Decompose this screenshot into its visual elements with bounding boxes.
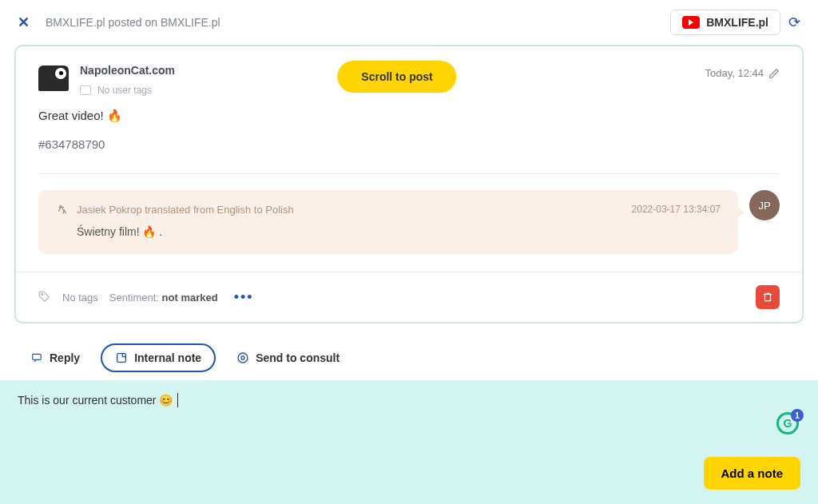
sentiment-row[interactable]: Sentiment: not marked (109, 292, 218, 304)
youtube-icon (682, 16, 700, 29)
speech-notch (737, 206, 745, 219)
scroll-to-post-button[interactable]: Scroll to post (337, 61, 456, 93)
post-header: NapoleonCat.com No user tags Scroll to p… (16, 46, 802, 99)
tab-reply[interactable]: Reply (18, 345, 93, 371)
header-title: BMXLIFE.pl posted on BMXLIFE.pl (46, 16, 220, 29)
grammarly-widget[interactable]: G 1 (776, 412, 800, 436)
svg-rect-2 (117, 354, 126, 363)
close-icon[interactable]: ✕ (18, 14, 30, 31)
divider (38, 173, 780, 174)
trash-icon (762, 292, 773, 303)
svg-point-0 (42, 294, 43, 296)
svg-rect-1 (33, 354, 42, 359)
user-tags-row[interactable]: No user tags (80, 85, 175, 96)
translation-time: 2022-03-17 13:34:07 (632, 204, 721, 215)
more-menu-icon[interactable]: ••• (234, 289, 254, 306)
header-left: ✕ BMXLIFE.pl posted on BMXLIFE.pl (18, 14, 220, 31)
tab-reply-label: Reply (50, 351, 80, 364)
delete-button[interactable] (756, 285, 780, 309)
tab-send-consult-label: Send to consult (256, 351, 340, 364)
sentiment-value: not marked (162, 292, 218, 304)
tag-icon (38, 291, 51, 304)
consult-icon (236, 351, 249, 364)
translate-icon (56, 203, 69, 216)
translation-header: Jasiek Pokrop translated from English to… (56, 203, 721, 216)
post-card: NapoleonCat.com No user tags Scroll to p… (14, 45, 804, 323)
user-tags-label: No user tags (97, 85, 152, 96)
grammarly-badge: 1 (791, 409, 804, 422)
add-note-button[interactable]: Add a note (704, 457, 801, 490)
note-draft-text: This is our current customer 😊 (18, 394, 173, 407)
translation-label: Jasiek Pokrop translated from English to… (77, 204, 294, 216)
note-icon (115, 351, 128, 364)
svg-point-3 (238, 353, 248, 363)
note-editor[interactable]: This is our current customer 😊 G 1 Add a… (0, 380, 818, 504)
tab-send-consult[interactable]: Send to consult (224, 345, 352, 371)
post-body: Great video! 🔥 #634788790 (16, 99, 802, 173)
tab-internal-note[interactable]: Internal note (101, 343, 216, 372)
translation-text: Świetny film! 🔥 . (56, 225, 721, 238)
tab-internal-note-label: Internal note (134, 351, 201, 364)
post-text: Great video! 🔥 (38, 109, 780, 123)
author-avatar[interactable] (38, 65, 69, 91)
author-name[interactable]: NapoleonCat.com (80, 64, 175, 77)
no-tags-label[interactable]: No tags (62, 292, 98, 304)
sentiment-label: Sentiment: (109, 292, 162, 304)
edit-icon[interactable] (768, 68, 780, 79)
translation-box: Jasiek Pokrop translated from English to… (38, 190, 738, 254)
note-draft-row[interactable]: This is our current customer 😊 (0, 380, 818, 420)
refresh-icon[interactable]: ⟳ (788, 14, 800, 31)
header-right: BMXLIFE.pl ⟳ (670, 10, 800, 35)
reply-tabs: Reply Internal note Send to consult (0, 334, 818, 380)
reply-icon (30, 352, 43, 363)
timestamp-text: Today, 12:44 (705, 67, 764, 79)
translation-row: Jasiek Pokrop translated from English to… (16, 190, 802, 272)
translator-avatar[interactable]: JP (749, 190, 780, 220)
post-hash: #634788790 (38, 137, 780, 151)
text-cursor (177, 393, 178, 407)
svg-point-4 (241, 356, 244, 359)
source-badge-label: BMXLIFE.pl (706, 16, 768, 29)
post-footer: No tags Sentiment: not marked ••• (16, 272, 802, 322)
user-tag-icon (80, 85, 91, 95)
header-bar: ✕ BMXLIFE.pl posted on BMXLIFE.pl BMXLIF… (0, 0, 818, 45)
source-badge[interactable]: BMXLIFE.pl (670, 10, 780, 35)
post-timestamp: Today, 12:44 (705, 67, 780, 79)
